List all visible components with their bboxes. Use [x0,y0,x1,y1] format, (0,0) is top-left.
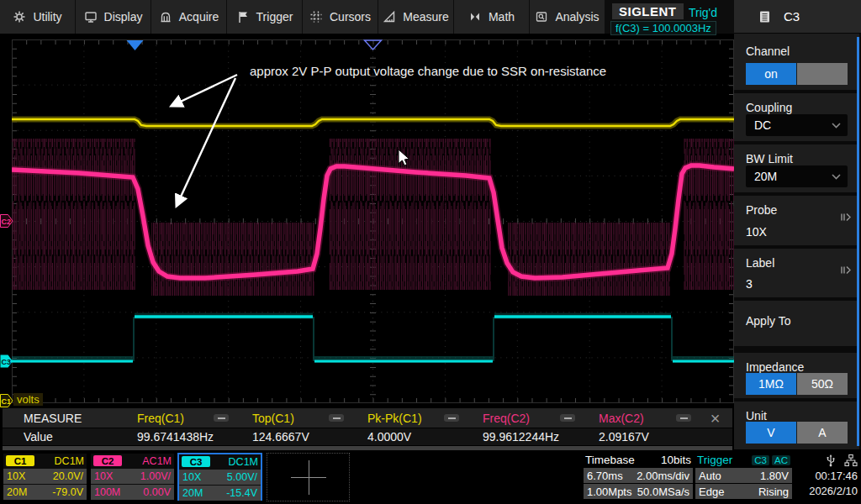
system-time: 00:17:46 [794,468,859,483]
menu-cursors[interactable]: Cursors [303,0,378,34]
c1-marker-label: C1 [2,397,12,406]
coupling-section: Coupling DC [734,93,859,141]
channel-off-option[interactable] [797,63,848,85]
impedance-toggle[interactable]: 1MΩ 50Ω [746,373,848,395]
c2-noise-band [508,223,670,296]
bw-limit-dropdown[interactable]: 20M [746,165,848,187]
c1-scale: 20.0V/ [53,470,83,482]
measure-col-pkpk-c1[interactable]: Pk-Pk(C1) [351,408,466,428]
menu-math-label: Math [489,10,515,24]
measure-col-freq-c2[interactable]: Freq(C2) [466,408,582,428]
memory-depth: 1.00Mpts [587,486,631,498]
c3-probe: 10X [182,471,201,483]
menu-utility[interactable]: Utility [0,0,75,34]
c3-marker-label: C3 [2,358,12,366]
c2-bw: 100M [94,486,120,498]
analysis-icon [535,10,548,24]
menu-math[interactable]: Math [454,0,529,34]
trigger-panel[interactable]: Trigger C3AC Auto1.80V EdgeRising [695,453,792,501]
timebase-panel[interactable]: Timebase10bits 6.70ms2.00ms/div 1.00Mpts… [584,453,693,501]
trigger-frequency-readout: f(C3) = 100.0003Hz [610,21,716,35]
menu-cursors-label: Cursors [330,10,371,24]
measure-panel-footer [3,446,732,450]
unit-toggle[interactable]: V A [746,422,848,444]
c3-badge: C3 [182,456,210,467]
system-date: 2026/2/10 [794,483,859,498]
cursors-icon [309,10,323,24]
adc-bits: 10bits [661,454,691,466]
c3-position-marker[interactable]: C3 [0,354,13,368]
impedance-50ohm-option[interactable]: 50Ω [797,373,848,395]
unit-volts-option[interactable]: V [746,422,796,444]
menu-analysis[interactable]: Analysis [530,0,605,34]
channel-c1-descriptor[interactable]: C1DC1M 10X20.0V/ 20M-79.0V [3,453,87,501]
impedance-1mohm-option[interactable]: 1MΩ [746,373,796,395]
channel-dialog-header[interactable]: C3 [734,0,861,34]
sidebar-scrollbar[interactable] [857,37,859,446]
impedance-section: Impedance 1MΩ 50Ω [734,353,859,398]
measure-col-max-c2[interactable]: Max(C2) [582,408,698,428]
oscilloscope-screen: Utility Display Acquire Trigger Cursors … [0,0,861,504]
timebase-delay: 6.70ms [587,470,623,482]
channel-on-off-toggle[interactable]: on [746,63,848,85]
c1-badge: C1 [6,455,34,466]
menu-acquire[interactable]: Acquire [151,0,226,34]
channel-section: Channel on [734,34,859,90]
close-measure-button[interactable]: × [698,408,732,428]
plus-icon [309,460,309,495]
measure-value-freq-c2: 99.9612244Hz [466,428,582,445]
remove-measure-button[interactable] [676,414,691,422]
c1-probe: 10X [7,470,25,482]
menu-acquire-label: Acquire [179,10,219,24]
unit-label: Unit [746,409,767,423]
menu-measure[interactable]: Measure [378,0,453,34]
c1-position-marker[interactable]: C1 [0,394,13,407]
remove-measure-button[interactable] [560,414,575,422]
coupling-label: Coupling [746,101,792,114]
probe-section[interactable]: Probe 10X [734,196,859,245]
display-icon [84,10,98,24]
apply-to-section[interactable]: Apply To [734,301,859,346]
math-icon [468,10,482,24]
c2-coupling: AC1M [142,455,172,467]
trigger-coupling-badge: AC [772,455,790,465]
unit-amps-option[interactable]: A [797,422,848,444]
remove-measure-button[interactable] [444,414,459,422]
remove-measure-button[interactable] [329,414,344,422]
menu-display[interactable]: Display [76,0,151,34]
trigger-level: 1.80V [760,470,789,482]
measure-col-top-c1[interactable]: Top(C1) [235,408,351,428]
trigger-flag-icon [236,10,250,24]
c2-position-marker[interactable]: C2 [0,214,13,228]
expand-icon [840,265,852,276]
chevron-down-icon [832,123,841,129]
measure-panel: MEASURE Freq(C1) Top(C1) Pk-Pk(C1) Freq(… [3,408,732,450]
siglent-logo: SIGLENT [612,3,684,19]
add-channel-slot[interactable] [267,453,350,501]
timebase-scale: 2.00ms/div [637,470,689,482]
label-section[interactable]: Label 3 [734,249,859,297]
measure-row-label: Value [3,428,120,445]
trigger-slope: Rising [758,486,789,498]
c1-bw: 20M [7,486,27,498]
trigger-position-marker[interactable] [127,40,144,50]
c2-probe: 10X [94,470,113,482]
network-icon [844,454,858,467]
menu-utility-label: Utility [33,10,61,24]
channel-c3-descriptor[interactable]: C3DC1M 10X5.00V/ 20M-15.4V [177,453,262,501]
trigger-type: Edge [699,486,724,498]
gear-icon [13,10,26,24]
c1-offset: -79.0V [52,486,83,498]
measure-icon [383,10,396,24]
coupling-dropdown[interactable]: DC [746,114,848,136]
channel-on-option[interactable]: on [746,63,796,85]
trigger-mode: Auto [699,470,721,482]
menu-trigger[interactable]: Trigger [227,0,302,34]
impedance-label: Impedance [746,360,804,374]
waveform-display[interactable]: approx 2V P-P output voltage change due … [12,39,734,403]
c2-noise-band [684,139,734,290]
label-value: 3 [746,277,753,291]
channel-c2-descriptor[interactable]: C2AC1M 10X1.00V/ 100M0.00V [90,453,175,501]
remove-measure-button[interactable] [214,414,229,422]
measure-col-freq-c1[interactable]: Freq(C1) [120,408,235,428]
